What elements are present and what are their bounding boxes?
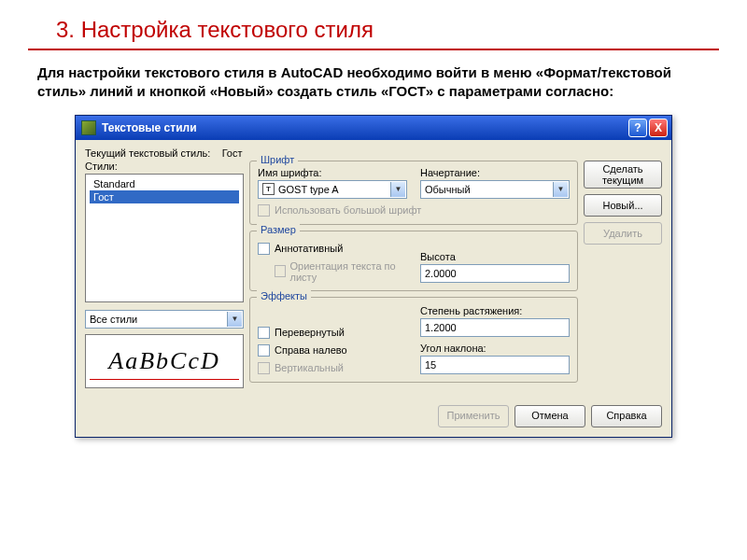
width-factor-label: Степень растяжения: [420,305,570,316]
set-current-button[interactable]: Сделать текущим [584,161,662,189]
oblique-label: Угол наклона: [420,343,570,354]
font-style-value: Обычный [425,184,471,195]
checkbox-icon [258,362,270,374]
upside-down-label: Перевернутый [275,327,345,338]
current-style-label: Текущий текстовый стиль: [85,147,210,159]
effects-legend: Эффекты [257,290,311,301]
checkbox-icon [275,265,286,277]
current-style-row: Текущий текстовый стиль: Гост [85,147,662,159]
checkbox-icon [258,327,270,339]
slide-title: 3. Настройка текстового стиля [28,0,719,50]
vertical-label: Вертикальный [275,362,344,373]
chevron-down-icon: ▼ [390,182,405,197]
list-item[interactable]: Гост [90,190,239,203]
orientation-checkbox: Ориентация текста по листу [275,260,407,283]
font-preview: AaBbCcD [85,334,244,388]
new-button[interactable]: Новый... [584,194,662,217]
effects-groupbox: Эффекты Перевернутый Справа налево [249,297,578,383]
list-item[interactable]: Standard [90,177,239,190]
annotative-label: Аннотативный [275,243,343,254]
titlebar[interactable]: Текстовые стили ? X [76,116,671,140]
upside-down-checkbox[interactable]: Перевернутый [258,327,407,339]
apply-button: Применить [438,405,509,427]
chevron-down-icon: ▼ [553,182,568,197]
bigfont-label: Использовать большой шрифт [275,204,421,216]
font-style-select[interactable]: Обычный ▼ [420,180,570,199]
annotative-checkbox[interactable]: Аннотативный [258,243,407,255]
font-name-value: GOST type A [278,184,339,195]
font-legend: Шрифт [257,154,298,165]
current-style-value: Гост [222,147,243,159]
close-button[interactable]: X [649,119,668,137]
truetype-icon: T [262,183,275,195]
rtl-checkbox[interactable]: Справа налево [258,344,407,357]
font-groupbox: Шрифт Имя шрифта: T GOST type A ▼ Начерт… [249,161,578,225]
help-footer-button[interactable]: Справка [591,405,662,427]
slide-description: Для настройки текстового стиля в AutoCAD… [0,50,747,115]
width-factor-input[interactable]: 1.2000 [420,318,570,337]
size-groupbox: Размер Аннотативный Ориентация текста по… [249,231,578,291]
size-legend: Размер [257,224,300,235]
height-input[interactable]: 2.0000 [420,264,570,283]
styles-listbox[interactable]: Standard Гост [85,174,244,302]
delete-button: Удалить [584,222,662,245]
app-icon [81,120,96,135]
rtl-label: Справа налево [275,344,347,356]
preview-text: AaBbCcD [108,347,219,375]
font-style-label: Начертание: [420,167,570,178]
vertical-checkbox: Вертикальный [258,362,407,374]
help-button[interactable]: ? [628,119,647,137]
checkbox-icon [258,204,270,217]
checkbox-icon [258,344,270,357]
text-styles-dialog: Текстовые стили ? X Текущий текстовый ст… [75,115,672,438]
cancel-button[interactable]: Отмена [514,405,585,427]
orientation-label: Ориентация текста по листу [290,260,407,283]
checkbox-icon [258,243,270,255]
oblique-value: 15 [425,359,436,371]
height-label: Высота [420,251,570,262]
bigfont-checkbox: Использовать большой шрифт [258,204,570,217]
height-value: 2.0000 [425,268,457,279]
styles-filter-select[interactable]: Все стили ▼ [85,310,244,329]
oblique-input[interactable]: 15 [420,356,570,374]
styles-label: Стили: [85,161,244,172]
font-name-select[interactable]: T GOST type A ▼ [258,180,407,199]
width-factor-value: 1.2000 [425,322,457,333]
styles-filter-value: Все стили [90,314,137,325]
chevron-down-icon: ▼ [227,312,242,327]
font-name-label: Имя шрифта: [258,167,407,178]
dialog-title: Текстовые стили [102,121,628,134]
